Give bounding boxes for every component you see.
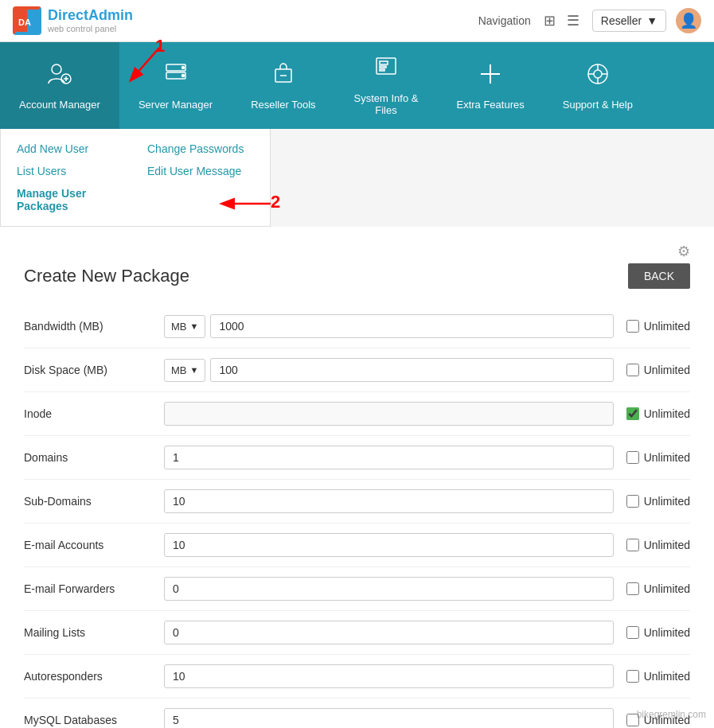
top-header: DA DirectAdmin web control panel Navigat… (0, 0, 714, 42)
unlimited-label-domains: Unlimited (644, 451, 690, 464)
input-email-accounts[interactable] (164, 533, 614, 557)
unlimited-group-mailing-lists: Unlimited (626, 626, 690, 639)
svg-point-10 (181, 66, 184, 68)
input-group-domains (164, 446, 614, 469)
form-row-sub-domains: Sub-DomainsUnlimited (24, 480, 690, 524)
label-inode: Inode (24, 407, 151, 420)
unlimited-label-inode: Unlimited (644, 407, 690, 420)
input-group-autoresponders (164, 664, 614, 688)
unit-select-disk-space[interactable]: MB▼ (164, 359, 205, 382)
user-avatar[interactable]: 👤 (676, 8, 701, 33)
extra-features-icon (478, 61, 503, 92)
unlimited-group-autoresponders: Unlimited (626, 670, 690, 683)
unlimited-checkbox-sub-domains[interactable] (626, 495, 639, 508)
input-bandwidth[interactable] (210, 314, 613, 338)
account-manager-dropdown: Add New User Change Passwords List Users… (0, 129, 271, 227)
unlimited-label-bandwidth: Unlimited (644, 320, 690, 333)
unlimited-group-email-forwarders: Unlimited (626, 582, 690, 595)
form-row-email-accounts: E-mail AccountsUnlimited (24, 524, 690, 567)
input-group-email-accounts (164, 533, 614, 557)
unlimited-checkbox-email-forwarders[interactable] (626, 582, 639, 595)
label-sub-domains: Sub-Domains (24, 495, 151, 508)
nav-reseller-tools[interactable]: Reseller Tools (232, 42, 334, 129)
back-button[interactable]: BACK (628, 263, 690, 289)
form-row-disk-space: Disk Space (MB)MB▼Unlimited (24, 348, 690, 392)
unlimited-group-bandwidth: Unlimited (626, 320, 690, 333)
unlimited-checkbox-inode[interactable] (626, 407, 639, 420)
label-autoresponders: Autoresponders (24, 670, 151, 683)
reseller-dropdown[interactable]: Reseller ▼ (592, 10, 666, 32)
input-group-inode (164, 402, 614, 426)
unlimited-group-inode: Unlimited (626, 407, 690, 420)
brand-name: DirectAdmin (48, 7, 133, 25)
unlimited-label-autoresponders: Unlimited (644, 670, 690, 683)
svg-text:DA: DA (18, 18, 31, 27)
arrow2-annotation: 2 (271, 192, 280, 212)
list-view-icon[interactable]: ☰ (564, 10, 583, 31)
nav-label: Navigation (478, 14, 531, 27)
settings-row: ⚙ (24, 243, 690, 260)
user-icon: 👤 (680, 12, 697, 29)
arrow2-number: 2 (271, 192, 280, 212)
nav-system-info[interactable]: System Info & Files (335, 42, 438, 129)
page-title: Create New Package (24, 266, 189, 286)
settings-icon[interactable]: ⚙ (677, 243, 690, 260)
label-email-accounts: E-mail Accounts (24, 539, 151, 551)
main-nav: Account Manager Server Manager (0, 42, 714, 129)
dropdown-change-passwords[interactable]: Change Passwords (147, 140, 254, 158)
label-mailing-lists: Mailing Lists (24, 626, 151, 639)
nav-server-manager[interactable]: Server Manager (119, 42, 232, 129)
input-group-email-forwarders (164, 577, 614, 601)
unlimited-checkbox-mailing-lists[interactable] (626, 626, 639, 639)
unlimited-label-disk-space: Unlimited (644, 364, 690, 376)
input-mailing-lists[interactable] (164, 621, 614, 644)
unlimited-checkbox-bandwidth[interactable] (626, 320, 639, 333)
input-group-disk-space: MB▼ (164, 358, 614, 382)
logo-area: DA DirectAdmin web control panel (13, 6, 133, 35)
logo-text: DirectAdmin web control panel (48, 7, 133, 35)
nav-support-help[interactable]: Support & Help (544, 42, 652, 129)
input-disk-space[interactable] (210, 358, 613, 382)
dropdown-list-users[interactable]: List Users (17, 162, 123, 180)
unlimited-checkbox-autoresponders[interactable] (626, 670, 639, 683)
input-domains[interactable] (164, 446, 614, 469)
label-domains: Domains (24, 451, 151, 464)
nav-extra-features[interactable]: Extra Features (437, 42, 543, 129)
dropdown-add-new-user[interactable]: Add New User (17, 140, 123, 158)
label-disk-space: Disk Space (MB) (24, 364, 151, 376)
reseller-dropdown-arrow: ▼ (646, 14, 657, 27)
dropdown-manage-packages[interactable]: Manage User Packages (17, 185, 123, 215)
input-group-bandwidth: MB▼ (164, 314, 614, 338)
unlimited-label-sub-domains: Unlimited (644, 495, 690, 508)
svg-rect-16 (380, 66, 386, 68)
input-mysql-databases[interactable] (164, 708, 614, 728)
form-row-domains: DomainsUnlimited (24, 436, 690, 480)
logo-icon: DA (13, 6, 41, 35)
content-area: ⚙ Create New Package BACK Bandwidth (MB)… (0, 227, 714, 728)
nav-account-manager[interactable]: Account Manager (0, 42, 119, 129)
grid-view-icon[interactable]: ⊞ (540, 10, 559, 31)
unit-select-bandwidth[interactable]: MB▼ (164, 315, 205, 338)
nav-system-info-label: System Info & Files (354, 92, 419, 116)
unlimited-label-email-forwarders: Unlimited (644, 582, 690, 595)
label-email-forwarders: E-mail Forwarders (24, 582, 151, 595)
input-autoresponders[interactable] (164, 664, 614, 688)
svg-rect-15 (380, 61, 388, 64)
input-inode[interactable] (164, 402, 614, 426)
support-help-icon (585, 61, 611, 92)
form-row-bandwidth: Bandwidth (MB)MB▼Unlimited (24, 305, 690, 348)
reseller-tools-icon (271, 61, 296, 92)
unlimited-checkbox-domains[interactable] (626, 451, 639, 464)
unlimited-checkbox-email-accounts[interactable] (626, 539, 639, 551)
label-mysql-databases: MySQL Databases (24, 714, 151, 726)
input-sub-domains[interactable] (164, 489, 614, 513)
input-group-mysql-databases (164, 708, 614, 728)
unlimited-label-mailing-lists: Unlimited (644, 626, 690, 639)
unlimited-label-email-accounts: Unlimited (644, 539, 690, 551)
page-header: Create New Package BACK (24, 263, 690, 289)
input-email-forwarders[interactable] (164, 577, 614, 601)
unlimited-checkbox-disk-space[interactable] (626, 364, 639, 376)
dropdown-edit-user-message[interactable]: Edit User Message (147, 162, 254, 180)
form-container: Bandwidth (MB)MB▼UnlimitedDisk Space (MB… (24, 305, 690, 728)
nav-section: 1 Account Manager (0, 42, 714, 227)
